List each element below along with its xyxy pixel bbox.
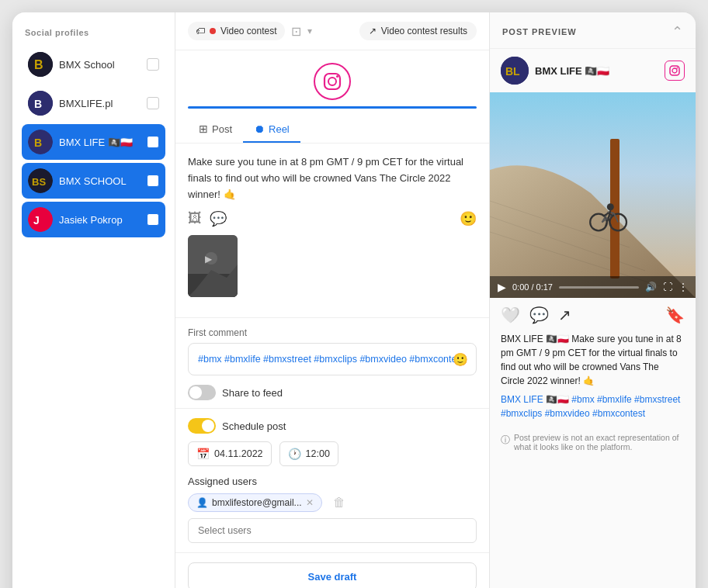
svg-text:BS: BS	[32, 176, 46, 188]
share-icon[interactable]: ↗	[558, 306, 571, 324]
clock-icon: 🕐	[288, 448, 301, 460]
info-icon: ⓘ	[501, 434, 510, 447]
toolbar-left: 🖼 💬	[188, 210, 227, 227]
preview-profile: BL BMX LIFE 🏴‍☠️🇵🇱	[490, 49, 696, 92]
comment-emoji-btn[interactable]: 🙂	[453, 352, 468, 367]
preview-hashtags: BMX LIFE 🏴‍☠️🇵🇱 #bmx #bmxlife #bmxstreet…	[490, 393, 696, 427]
chevron-down-icon[interactable]: ▾	[307, 26, 312, 36]
preview-title: POST PREVIEW	[502, 27, 577, 36]
avatar-bmx-life: B	[28, 130, 53, 154]
checkbox-bmx-school-2[interactable]: ✓	[147, 175, 159, 187]
user-avatar-icon: 👤	[196, 497, 208, 508]
checkbox-bmxlife-pl[interactable]	[147, 97, 159, 109]
expand-icon[interactable]: ⛶	[663, 282, 672, 292]
post-content: Make sure you tune in at 8 pm GMT / 9 pm…	[175, 144, 489, 308]
volume-icon[interactable]: 🔊	[645, 282, 657, 292]
reel-tab-icon: ⏺	[254, 123, 265, 135]
checkbox-bmx-school[interactable]	[147, 58, 159, 71]
sidebar: Social profiles B BMX School B BMXLIFE.p…	[12, 12, 175, 588]
divider-1	[175, 317, 489, 318]
sidebar-item-bmxlife-pl[interactable]: B BMXLIFE.pl	[22, 85, 165, 121]
action-buttons: Save draft Duplicate post Schedule	[175, 552, 489, 588]
emoji-icon[interactable]: 🙂	[460, 210, 477, 227]
results-badge[interactable]: ↗ Video contest results	[359, 22, 477, 40]
comment-bubble-icon[interactable]: 💬	[529, 306, 549, 324]
save-draft-button[interactable]: Save draft	[188, 562, 477, 588]
image-icon[interactable]: 🖼	[188, 210, 202, 227]
date-time-row: 📅 04.11.2022 🕐 12:00	[188, 441, 477, 466]
copy-icon[interactable]: ⊡	[291, 24, 301, 39]
first-comment-label: First comment	[188, 327, 477, 338]
preview-actions: 🤍 💬 ↗ 🔖	[490, 298, 696, 329]
tab-post[interactable]: ⊞ Post	[188, 116, 243, 143]
remove-user-btn[interactable]: ✕	[306, 497, 314, 508]
middle-panel: 🏷 Video contest ⊡ ▾ ↗ Video contest resu…	[175, 12, 490, 588]
share-to-feed-toggle[interactable]	[188, 385, 216, 400]
preview-caption: BMX LIFE 🏴‍☠️🇵🇱 Make sure you tune in at…	[490, 329, 696, 393]
ig-icon-container	[175, 50, 489, 106]
heart-icon[interactable]: 🤍	[501, 306, 520, 324]
comment-icon[interactable]: 💬	[210, 210, 227, 227]
assigned-users-section: Assigned users 👤 bmxlifestore@gmail... ✕…	[175, 476, 489, 552]
main-container: Social profiles B BMX School B BMXLIFE.p…	[12, 12, 696, 588]
checkbox-bmx-life[interactable]: ✓	[147, 136, 159, 148]
notice-text: Post preview is not an exact representat…	[514, 433, 685, 451]
svg-point-12	[336, 75, 338, 78]
video-contest-tag[interactable]: 🏷 Video contest	[188, 22, 285, 40]
user-tags-row: 👤 bmxlifestore@gmail... ✕ 🗑	[188, 493, 477, 512]
first-comment-section: First comment #bmx #bmxlife #bmxstreet #…	[175, 327, 489, 408]
assigned-users-label: Assigned users	[188, 476, 477, 487]
post-tabs: ⊞ Post ⏺ Reel	[175, 109, 489, 144]
caption-toolbar: 🖼 💬 🙂	[188, 210, 477, 227]
schedule-post-toggle[interactable]	[188, 418, 216, 434]
checkbox-jasiek[interactable]: ✓	[147, 213, 159, 226]
sidebar-item-jasiek[interactable]: J Jasiek Pokrop ✓	[22, 202, 165, 237]
video-controls: ▶ 0:00 / 0:17 🔊 ⛶ ⋮	[490, 276, 696, 298]
schedule-row: Schedule post	[188, 418, 477, 434]
preview-avatar: BL	[501, 57, 529, 85]
more-options-icon[interactable]: ⋮	[678, 282, 688, 292]
tab-post-label: Post	[212, 123, 232, 135]
schedule-toggle-knob	[202, 420, 214, 432]
caption-text[interactable]: Make sure you tune in at 8 pm GMT / 9 pm…	[188, 154, 477, 202]
avatar-jasiek: J	[28, 207, 53, 232]
user-tag: 👤 bmxlifestore@gmail... ✕	[188, 493, 322, 512]
svg-point-21	[672, 68, 677, 73]
svg-rect-20	[670, 66, 679, 75]
bookmark-icon[interactable]: 🔖	[665, 306, 685, 324]
video-time: 0:00 / 0:17	[512, 282, 553, 292]
avatar-bmxlife-pl: B	[28, 91, 53, 116]
svg-text:B: B	[34, 137, 42, 149]
svg-text:BL: BL	[505, 65, 520, 78]
collapse-button[interactable]: ⌃	[672, 23, 683, 40]
user-email: bmxlifestore@gmail...	[212, 497, 302, 508]
svg-text:B: B	[34, 58, 43, 71]
tab-reel[interactable]: ⏺ Reel	[243, 116, 300, 143]
schedule-section: Schedule post 📅 04.11.2022 🕐 12:00	[175, 408, 489, 476]
svg-point-11	[328, 78, 336, 85]
sidebar-item-bmx-school[interactable]: B BMX School	[22, 47, 165, 82]
hashtags-text: BMX LIFE 🏴‍☠️🇵🇱 #bmx #bmxlife #bmxstreet…	[501, 394, 680, 419]
check-icon: ✓	[150, 137, 157, 147]
calendar-icon: 📅	[196, 448, 210, 460]
sidebar-title: Social profiles	[22, 28, 165, 37]
sidebar-item-bmx-life[interactable]: B BMX LIFE 🏴‍☠️🇵🇱 ✓	[22, 124, 165, 160]
media-thumbnail[interactable]: ▶	[188, 235, 238, 297]
play-button[interactable]: ▶	[498, 281, 506, 293]
progress-bar[interactable]	[559, 286, 639, 289]
video-placeholder	[490, 92, 696, 298]
top-bar: 🏷 Video contest ⊡ ▾ ↗ Video contest resu…	[175, 12, 489, 50]
share-to-feed-label: Share to feed	[222, 387, 283, 399]
svg-rect-8	[28, 207, 53, 232]
check-icon-3: ✓	[150, 215, 157, 225]
instagram-icon	[314, 63, 351, 100]
date-input[interactable]: 📅 04.11.2022	[188, 441, 272, 466]
sidebar-item-bmx-school-2[interactable]: BS BMX SCHOOL ✓	[22, 163, 165, 199]
profile-name-jasiek: Jasiek Pokrop	[59, 214, 141, 226]
time-input[interactable]: 🕐 12:00	[279, 441, 338, 466]
comment-text[interactable]: #bmx #bmxlife #bmxstreet #bmxclips #bmxv…	[198, 351, 467, 367]
comment-box[interactable]: #bmx #bmxlife #bmxstreet #bmxclips #bmxv…	[188, 343, 477, 375]
select-users-input[interactable]	[188, 518, 477, 543]
check-icon-2: ✓	[150, 176, 157, 186]
trash-icon[interactable]: 🗑	[333, 496, 345, 510]
